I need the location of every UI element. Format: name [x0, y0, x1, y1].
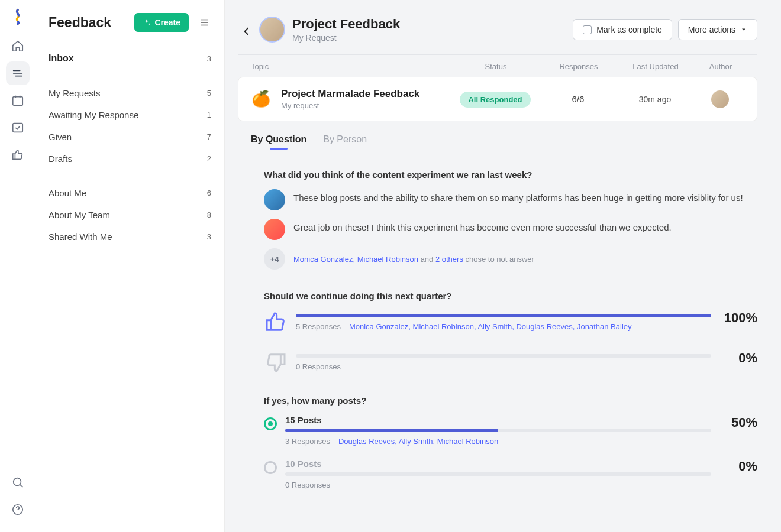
sidebar-item[interactable]: My Requests5: [36, 82, 224, 104]
question-block: What did you think of the content experi…: [264, 170, 757, 270]
chevron-down-icon: [740, 26, 747, 33]
percentage: 50%: [719, 415, 757, 430]
percentage: 0%: [719, 459, 757, 474]
rail-search-icon[interactable]: [6, 471, 30, 494]
option-label: 10 Posts: [285, 459, 711, 469]
collapse-sidebar-button[interactable]: [195, 13, 214, 32]
sidebar-item-count: 3: [207, 54, 211, 63]
sidebar-item[interactable]: Inbox3: [36, 47, 224, 70]
sidebar-item-label: About Me: [49, 188, 207, 198]
sidebar-item-label: Drafts: [49, 154, 207, 164]
option-row[interactable]: 10 Posts 0 Responses 0%: [264, 459, 757, 489]
answer-row: Great job on these! I think this experim…: [264, 219, 757, 240]
sidebar-item-count: 1: [207, 111, 211, 119]
checkbox-icon: [583, 25, 592, 34]
back-button[interactable]: [238, 22, 256, 40]
svg-rect-0: [13, 97, 23, 106]
topic-emoji: 🍊: [251, 90, 270, 108]
col-status: Status: [448, 62, 543, 71]
response-count-label: 3 Responses: [285, 437, 330, 446]
answer-text: Great job on these! I think this experim…: [293, 219, 672, 240]
page-subtitle: My Request: [292, 33, 573, 43]
tab-by-question[interactable]: By Question: [251, 134, 306, 148]
rail-thumbs-up-icon[interactable]: [6, 143, 30, 167]
sidebar-item-label: Shared With Me: [49, 232, 207, 242]
table-header: Topic Status Responses Last Updated Auth…: [238, 62, 757, 77]
thumbs-up-icon: [264, 310, 288, 334]
sidebar-item-count: 3: [207, 232, 211, 241]
nav-rail: [0, 0, 36, 532]
sidebar-item[interactable]: Given7: [36, 126, 224, 148]
create-button[interactable]: Create: [134, 13, 189, 32]
respondent-names[interactable]: Monica Gonzalez, Michael Robinson, Ally …: [349, 322, 632, 331]
respondent-names[interactable]: Douglas Reeves, Ally Smith, Michael Robi…: [338, 437, 498, 446]
sidebar-item[interactable]: About My Team8: [36, 204, 224, 226]
author-avatar: [711, 90, 729, 108]
col-responses: Responses: [543, 62, 614, 71]
topic-subtitle: My request: [281, 101, 448, 110]
sidebar-item-label: My Requests: [49, 88, 207, 98]
sidebar-item[interactable]: Awaiting My Response1: [36, 104, 224, 126]
percentage: 0%: [719, 351, 757, 366]
option-row[interactable]: 15 Posts 3 Responses Douglas Reeves, All…: [264, 415, 757, 446]
topic-title: Project Marmalade Feedback: [281, 88, 448, 100]
response-count-label: 5 Responses: [296, 322, 341, 331]
svg-point-2: [14, 478, 21, 486]
tab-by-person[interactable]: By Person: [323, 134, 367, 148]
rail-help-icon[interactable]: [6, 498, 30, 521]
app-logo: [9, 8, 26, 25]
rail-feedback-icon[interactable]: [6, 61, 30, 85]
radio-selected-icon: [264, 417, 277, 430]
more-actions-button[interactable]: More actions: [678, 19, 757, 40]
view-tabs: By Question By Person: [251, 134, 757, 148]
option-label: 15 Posts: [285, 415, 711, 425]
answer-row: These blog posts and the ability to shar…: [264, 189, 757, 210]
sparkle-icon: [143, 18, 151, 27]
requester-avatar: [259, 17, 285, 43]
rail-tasks-icon[interactable]: [6, 116, 30, 140]
response-count: 6/6: [543, 94, 614, 104]
sidebar-item[interactable]: Shared With Me3: [36, 226, 224, 248]
col-topic: Topic: [251, 62, 448, 71]
feedback-sidebar: Feedback Create Inbox3My Requests5Awaiti…: [36, 0, 225, 532]
col-updated: Last Updated: [614, 62, 697, 71]
status-badge: All Responded: [460, 92, 530, 108]
percentage: 100%: [719, 310, 757, 326]
more-count-avatar: +4: [264, 248, 285, 270]
sidebar-item-count: 8: [207, 210, 211, 219]
sidebar-title: Feedback: [49, 15, 128, 31]
question-title: Should we continue doing this next quart…: [264, 291, 757, 301]
respondent-avatar: [264, 219, 285, 240]
topic-row[interactable]: 🍊 Project Marmalade Feedback My request …: [238, 77, 757, 121]
vote-down-row: 0 Responses 0%: [264, 351, 757, 374]
sidebar-item-label: Awaiting My Response: [49, 110, 207, 120]
page-title: Project Feedback: [292, 17, 573, 32]
collapsed-responses[interactable]: +4 Monica Gonzalez, Michael Robinson and…: [264, 248, 757, 270]
thumbs-down-icon: [264, 351, 288, 374]
rail-calendar-icon[interactable]: [6, 89, 30, 112]
mark-complete-button[interactable]: Mark as complete: [573, 19, 672, 40]
last-updated: 30m ago: [614, 95, 696, 104]
sidebar-item[interactable]: About Me6: [36, 182, 224, 204]
rail-home-icon[interactable]: [6, 34, 30, 58]
respondent-avatar: [264, 189, 285, 210]
svg-rect-1: [13, 124, 23, 132]
menu-icon: [199, 17, 209, 28]
main-content: Project Feedback My Request Mark as comp…: [225, 0, 781, 532]
vote-up-row: 5 Responses Monica Gonzalez, Michael Rob…: [264, 310, 757, 334]
question-title: What did you think of the content experi…: [264, 170, 757, 180]
sidebar-item-count: 2: [207, 154, 211, 163]
col-author: Author: [697, 62, 744, 71]
radio-empty-icon: [264, 461, 277, 474]
sidebar-item[interactable]: Drafts2: [36, 148, 224, 170]
question-block: If yes, how many posts? 15 Posts 3 Respo…: [264, 395, 757, 489]
response-count-label: 0 Responses: [285, 481, 330, 489]
sidebar-item-count: 6: [207, 189, 211, 197]
sidebar-item-count: 5: [207, 89, 211, 98]
no-answer-text: Monica Gonzalez, Michael Robinson and 2 …: [293, 255, 534, 264]
sidebar-item-label: Given: [49, 132, 207, 142]
divider: [238, 54, 757, 55]
question-title: If yes, how many posts?: [264, 395, 757, 406]
question-block: Should we continue doing this next quart…: [264, 291, 757, 374]
response-count-label: 0 Responses: [296, 362, 341, 371]
